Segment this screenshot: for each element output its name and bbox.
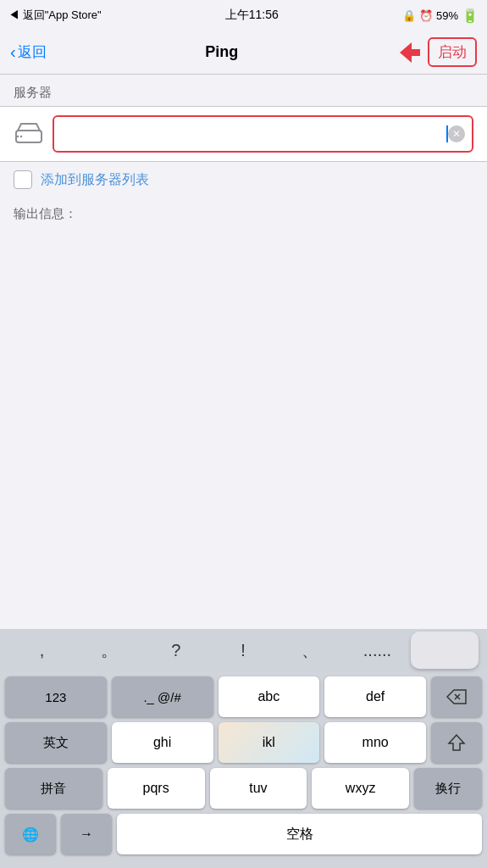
globe-icon: 🌐 <box>22 826 39 843</box>
punct-comma[interactable]: , <box>8 629 75 671</box>
clear-button[interactable]: ✕ <box>448 125 465 142</box>
shift-button[interactable] <box>431 722 482 763</box>
output-content-area <box>14 225 473 336</box>
server-section-header: 服务器 <box>0 75 487 106</box>
checkbox-row[interactable]: 添加到服务器列表 <box>0 162 487 198</box>
key-english[interactable]: 英文 <box>5 722 107 763</box>
back-button[interactable]: ‹ 返回 <box>10 42 47 62</box>
server-label: 服务器 <box>14 85 52 99</box>
chevron-left-icon: ‹ <box>10 42 16 62</box>
svg-rect-1 <box>16 131 42 142</box>
backspace-button[interactable] <box>431 676 482 717</box>
arrow-icon: → <box>80 826 93 842</box>
space-label: 空格 <box>286 826 313 843</box>
svg-marker-0 <box>400 42 420 63</box>
server-icon <box>14 119 44 149</box>
status-left: ◀ 返回"App Store" <box>8 8 102 23</box>
key-ghi[interactable]: ghi <box>112 722 213 763</box>
key-wxyz[interactable]: wxyz <box>312 768 409 809</box>
key-pinyin[interactable]: 拼音 <box>5 768 102 809</box>
punct-spacer <box>411 632 479 669</box>
page-title: Ping <box>205 43 238 61</box>
kb-row-1: 123 ._ @/# abc def <box>0 671 487 717</box>
output-section: 输出信息： <box>0 198 487 341</box>
punct-period[interactable]: 。 <box>75 629 142 671</box>
alarm-icon: ⏰ <box>419 9 433 22</box>
arrow-button[interactable]: → <box>61 814 112 854</box>
back-to-appstore: ◀ 返回"App Store" <box>8 8 102 23</box>
status-bar: ◀ 返回"App Store" 上午11:56 🔒 ⏰ 59% 🔋 <box>0 0 487 31</box>
punct-ellipsis[interactable]: ...... <box>344 629 411 671</box>
enter-button[interactable]: 换行 <box>414 768 482 809</box>
kb-row-3: 拼音 pqrs tuv wxyz 换行 <box>0 763 487 809</box>
key-123[interactable]: 123 <box>5 676 107 717</box>
server-input-row: ✕ <box>0 106 487 162</box>
key-ikl[interactable]: ikl <box>219 722 320 763</box>
kb-row-2: 英文 ghi ikl mno <box>0 717 487 763</box>
keyboard: , 。 ? ! 、 ...... 123 ._ @/# abc def 英文 g… <box>0 629 487 868</box>
server-input-wrapper[interactable]: ✕ <box>53 115 473 153</box>
nav-bar: ‹ 返回 Ping 启动 <box>0 31 487 75</box>
nav-action-area: 启动 <box>397 37 477 67</box>
server-input[interactable] <box>61 126 445 142</box>
globe-button[interactable]: 🌐 <box>5 814 56 854</box>
space-button[interactable]: 空格 <box>117 814 482 854</box>
svg-marker-6 <box>449 735 464 750</box>
launch-button[interactable]: 启动 <box>428 37 477 67</box>
kb-row-4: 🌐 → 空格 <box>0 809 487 868</box>
punct-pause[interactable]: 、 <box>277 629 344 671</box>
punct-row: , 。 ? ! 、 ...... <box>0 629 487 671</box>
output-label: 输出信息： <box>14 206 473 222</box>
lock-icon: 🔒 <box>402 9 416 22</box>
key-tuv[interactable]: tuv <box>210 768 307 809</box>
back-label: 返回 <box>18 42 47 62</box>
key-symbols[interactable]: ._ @/# <box>112 676 213 717</box>
punct-exclaim[interactable]: ! <box>210 629 277 671</box>
key-mno[interactable]: mno <box>324 722 426 763</box>
punct-question[interactable]: ? <box>142 629 209 671</box>
arrow-right-icon <box>397 40 423 65</box>
add-to-list-checkbox[interactable] <box>14 170 32 189</box>
add-to-list-label: 添加到服务器列表 <box>41 171 149 189</box>
key-def[interactable]: def <box>324 676 426 717</box>
status-time: 上午11:56 <box>225 8 279 23</box>
key-abc[interactable]: abc <box>219 676 320 717</box>
battery-text: 59% <box>436 9 458 22</box>
status-right: 🔒 ⏰ 59% 🔋 <box>402 8 479 24</box>
battery-icon: 🔋 <box>462 8 479 24</box>
key-pqrs[interactable]: pqrs <box>108 768 205 809</box>
